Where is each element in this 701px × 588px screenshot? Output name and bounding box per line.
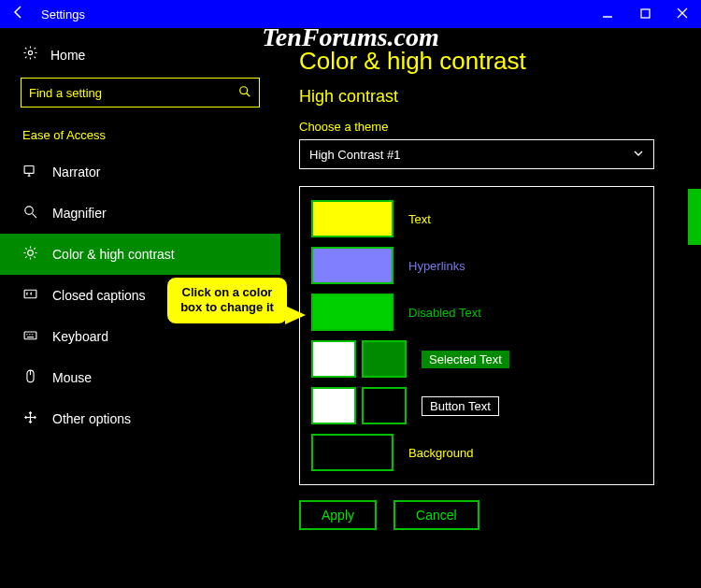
sidebar-item-contrast[interactable]: Color & high contrast (0, 234, 280, 275)
sidebar-item-label: Other options (43, 411, 131, 426)
magnifier-icon (22, 204, 43, 222)
plus-arrows-icon (22, 409, 43, 428)
theme-dropdown[interactable]: High Contrast #1 (299, 139, 654, 169)
section-header: Ease of Access (0, 121, 280, 151)
sidebar-item-other[interactable]: Other options (0, 398, 280, 439)
svg-rect-22 (24, 332, 36, 339)
swatch-disabled[interactable] (311, 294, 393, 331)
sidebar-item-magnifier[interactable]: Magnifier (0, 193, 280, 234)
sidebar-item-narrator[interactable]: Narrator (0, 151, 280, 193)
sidebar-item-mouse[interactable]: Mouse (0, 357, 280, 398)
row-hyperlinks: Hyperlinks (311, 247, 642, 284)
sidebar-item-label: Narrator (43, 165, 100, 179)
chevron-down-icon (633, 148, 644, 162)
search-field[interactable] (29, 86, 238, 100)
window-title: Settings (37, 7, 85, 22)
swatch-text[interactable] (311, 200, 393, 237)
svg-line-11 (33, 214, 36, 218)
home-link[interactable]: Home (0, 39, 280, 74)
svg-rect-1 (641, 9, 650, 18)
row-background: Background (311, 434, 642, 471)
svg-point-12 (28, 251, 34, 256)
action-row: Apply Cancel (299, 500, 692, 530)
search-input[interactable] (21, 78, 260, 108)
brightness-icon (22, 245, 43, 264)
label-button: Button Text (422, 396, 499, 416)
row-disabled: Disabled Text (311, 294, 642, 331)
svg-rect-7 (24, 166, 34, 174)
svg-point-4 (28, 50, 32, 54)
sidebar-item-label: Magnifier (43, 206, 107, 221)
titlebar: Settings (0, 0, 701, 28)
home-label: Home (43, 48, 85, 63)
svg-point-5 (240, 86, 248, 93)
swatch-button-bg[interactable] (362, 387, 407, 424)
back-button[interactable] (0, 5, 37, 23)
keyboard-icon (22, 327, 43, 346)
swatch-selected-fg[interactable] (311, 340, 356, 378)
content-area: Home Ease of Access Narrator (0, 28, 701, 588)
sidebar-item-label: Keyboard (43, 329, 108, 344)
sidebar-item-label: Mouse (43, 370, 92, 385)
scrollbar-thumb[interactable] (688, 189, 701, 245)
swatch-background[interactable] (311, 434, 393, 471)
swatch-button-fg[interactable] (311, 387, 356, 424)
swatch-hyperlinks[interactable] (311, 247, 393, 284)
search-icon (238, 85, 251, 101)
label-selected: Selected Text (422, 351, 509, 368)
svg-line-20 (34, 248, 35, 249)
svg-point-10 (25, 207, 33, 215)
scrollbar[interactable] (688, 49, 701, 588)
swatch-selected-bg[interactable] (362, 340, 407, 378)
theme-label: Choose a theme (299, 120, 692, 134)
label-disabled: Disabled Text (408, 306, 481, 320)
sidebar-item-label: Closed captions (43, 288, 146, 303)
gear-icon (22, 45, 43, 65)
svg-line-6 (247, 93, 250, 96)
sidebar-item-label: Color & high contrast (43, 247, 175, 262)
captions-icon (22, 286, 43, 305)
narrator-icon (22, 163, 43, 181)
callout-tooltip: Click on a color box to change it (166, 277, 288, 324)
row-button: Button Text (311, 387, 642, 424)
close-button[interactable] (664, 7, 701, 22)
minimize-button[interactable] (589, 7, 626, 22)
main-panel: Color & high contrast High contrast Choo… (280, 28, 701, 588)
color-grid: Text Hyperlinks Disabled Text Selected T… (299, 186, 654, 485)
row-selected: Selected Text (311, 340, 642, 378)
sub-title: High contrast (299, 87, 692, 107)
svg-line-19 (25, 256, 26, 257)
settings-window: Settings Home (0, 0, 701, 588)
theme-value: High Contrast #1 (309, 148, 401, 162)
apply-button[interactable]: Apply (299, 500, 377, 530)
label-text: Text (408, 212, 431, 226)
mouse-icon (22, 368, 43, 387)
maximize-button[interactable] (626, 7, 664, 22)
cancel-button[interactable]: Cancel (393, 500, 479, 530)
row-text: Text (311, 200, 642, 237)
svg-line-17 (25, 248, 26, 249)
page-title: Color & high contrast (299, 47, 692, 76)
label-background: Background (408, 446, 473, 460)
svg-line-18 (34, 256, 35, 257)
label-hyperlinks: Hyperlinks (408, 259, 465, 273)
